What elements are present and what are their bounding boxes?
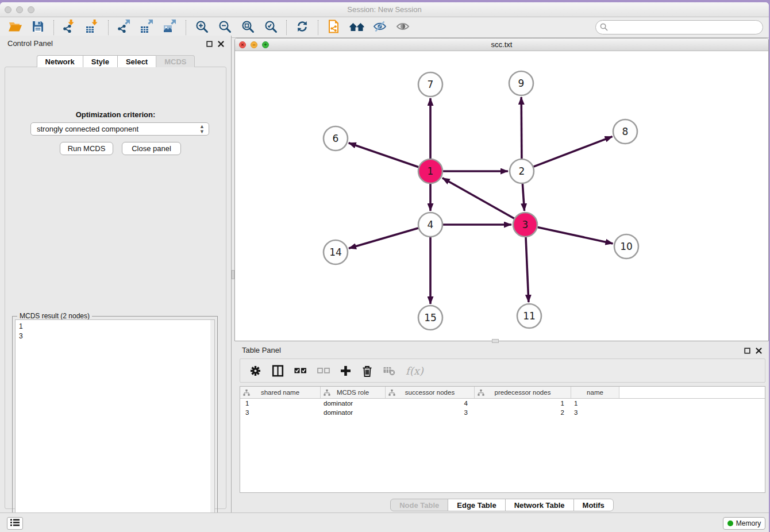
node-14[interactable]: 14 [324,240,348,264]
zoom-selected-button[interactable] [259,19,282,36]
toolbar-separator [53,20,54,35]
node-1[interactable]: 1 [418,159,442,183]
node-15[interactable]: 15 [418,306,442,330]
tab-style[interactable]: Style [83,55,118,67]
deselect-all-icon[interactable] [317,367,330,375]
tab-edge-table[interactable]: Edge Table [448,499,505,511]
network-canvas[interactable]: 7968124314101511 [235,51,768,341]
node-7[interactable]: 7 [418,72,442,97]
edge-3-11[interactable] [526,237,529,302]
network-graph[interactable]: 7968124314101511 [235,51,768,341]
toolbar-separator [318,20,318,35]
zoom-in-button[interactable] [190,19,213,36]
node-4[interactable]: 4 [418,213,442,237]
edge-2-3[interactable] [522,184,524,211]
table-cell[interactable]: 3 [571,408,619,417]
edge-2-9[interactable] [521,97,522,159]
import-table-button[interactable] [81,19,104,36]
table-cell[interactable]: 2 [475,408,571,417]
application-window: Session: New Session Control Panel [0,2,769,532]
table-cell[interactable]: dominator [321,399,386,408]
new-network-from-selection-button[interactable] [322,19,345,36]
split-panel-icon[interactable] [272,365,284,377]
table-cell[interactable]: 1 [475,399,571,408]
export-network-button[interactable] [113,19,136,36]
horizontal-splitter-grip[interactable] [492,339,499,343]
toggle-graphics-details-button[interactable] [391,19,414,36]
tab-node-table[interactable]: Node Table [390,499,448,511]
table-cell[interactable]: dominator [321,408,386,417]
column-header-shared-name[interactable]: shared name [240,387,321,398]
zoom-fit-button[interactable] [236,19,259,36]
node-8[interactable]: 8 [613,119,637,144]
tab-network-table[interactable]: Network Table [505,499,574,511]
close-table-panel-icon[interactable] [756,346,762,356]
table-cell[interactable]: 1 [240,399,321,408]
node-9[interactable]: 9 [509,71,533,95]
import-network-button[interactable] [58,19,81,36]
zoom-selected-icon [264,20,278,35]
refresh-view-button[interactable] [291,19,314,36]
toolbar-separator [186,20,186,35]
search-icon [600,23,608,33]
node-label: 7 [428,79,434,90]
table-cell[interactable]: 3 [240,408,321,417]
node-2[interactable]: 2 [510,159,534,183]
table-cell[interactable]: 4 [386,399,475,408]
node-6[interactable]: 6 [324,126,348,151]
run-mcds-button[interactable]: Run MCDS [60,142,113,155]
column-header-MCDS-role[interactable]: MCDS role [321,387,386,398]
export-table-button[interactable] [136,19,159,36]
save-session-button[interactable] [26,19,49,36]
column-header-name[interactable]: name [571,387,619,398]
float-table-panel-icon[interactable] [744,346,750,356]
table-row[interactable]: 3dominator323 [240,408,765,417]
float-panel-icon[interactable] [206,39,213,49]
node-3[interactable]: 3 [513,213,537,237]
node-10[interactable]: 10 [614,234,638,259]
node-11[interactable]: 11 [517,304,541,328]
table-settings-icon[interactable] [249,365,261,377]
node-label: 2 [519,165,525,177]
optimization-criterion-select[interactable]: strongly connected component ▲▼ [30,122,209,136]
edge-2-8[interactable] [534,137,613,167]
tab-mcds[interactable]: MCDS [156,55,195,67]
edge-1-6[interactable] [349,143,419,167]
table-row[interactable]: 1dominator411 [240,399,765,408]
hide-selected-button[interactable] [368,19,391,36]
edge-3-1[interactable] [442,178,514,218]
column-header-predecessor-nodes[interactable]: predecessor nodes [475,387,571,398]
task-history-button[interactable] [7,517,23,530]
close-panel-icon[interactable] [218,39,224,49]
table-header-row: shared nameMCDS rolesuccessor nodesprede… [240,387,765,399]
result-scrollbar[interactable] [210,320,214,529]
memory-status-icon [727,521,733,526]
network-titlebar[interactable]: × − + scc.txt [235,38,768,51]
close-panel-button[interactable]: Close panel [122,142,181,155]
desktop-background: Session: New Session Control Panel [0,0,770,532]
open-session-button[interactable] [3,19,26,36]
edge-3-10[interactable] [538,228,613,244]
network-view-window: × − + scc.txt 7968124314101511 [234,38,769,341]
table-cell[interactable]: 1 [571,399,619,408]
search-input[interactable] [595,20,763,34]
select-all-icon[interactable] [294,367,307,375]
tab-network[interactable]: Network [37,55,83,67]
table-toolbar: f(x) [240,358,765,383]
mcds-result-text[interactable]: 1 3 [15,319,215,529]
column-header-successor-nodes[interactable]: successor nodes [386,387,475,398]
tab-select[interactable]: Select [117,55,156,67]
toolbar-group [322,19,414,36]
node-label: 1 [428,165,434,177]
first-neighbors-button[interactable] [345,19,368,36]
zoom-out-button[interactable] [213,19,236,36]
edge-4-14[interactable] [349,228,418,248]
delete-column-icon[interactable] [361,365,373,377]
table-cell[interactable]: 3 [386,408,475,417]
memory-button[interactable]: Memory [723,517,765,530]
node-label: 10 [620,241,633,252]
add-column-icon[interactable] [340,365,351,376]
toolbar-group [113,19,182,36]
tab-motifs[interactable]: Motifs [573,499,614,511]
export-image-button[interactable] [159,19,182,36]
